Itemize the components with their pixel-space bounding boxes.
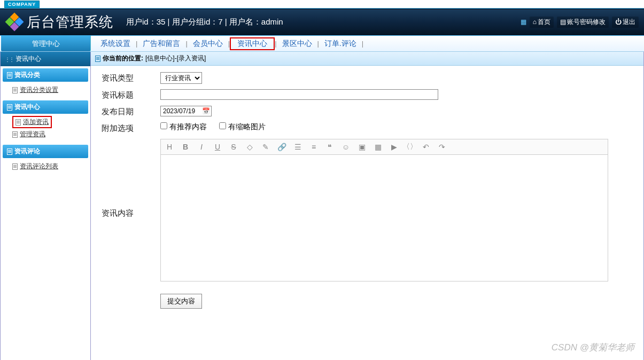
page-icon [7, 72, 12, 79]
app-title: 后台管理系统 [27, 13, 113, 32]
bold-icon[interactable]: B [181, 143, 190, 151]
strike-icon[interactable]: S [229, 143, 238, 151]
side-item-资讯分类设置[interactable]: 资讯分类设置 [12, 84, 88, 96]
thumbnail-option[interactable]: 有缩略图片 [219, 122, 266, 131]
page-icon [95, 56, 100, 62]
side-head-资讯中心[interactable]: 资讯中心 [3, 100, 88, 114]
nav-景区中心[interactable]: 景区中心 [277, 39, 317, 49]
main-panel: 你当前的位置: [信息中心]-[录入资讯] 资讯类型 行业资讯 资讯标题 发布日… [91, 52, 644, 360]
sidebar-title: 资讯中心 [1, 52, 90, 66]
dots-icon [5, 56, 13, 63]
date-label: 发布日期 [102, 106, 160, 117]
recommend-option[interactable]: 有推荐内容 [160, 122, 207, 131]
top-nav: 管理中心 系统设置 | 广告和留言 | 会员中心 | 资讯中心 | 景区中心 |… [0, 36, 644, 52]
breadcrumb: 你当前的位置: [信息中心]-[录入资讯] [91, 52, 643, 66]
title-label: 资讯标题 [102, 89, 160, 100]
content-label: 资讯内容 [102, 139, 160, 218]
list-ul-icon[interactable]: ☰ [293, 143, 302, 151]
header: 后台管理系统 用户id：35 | 用户分组id：7 | 用户名：admin ▦ … [0, 8, 644, 36]
grid-icon: ▦ [521, 18, 526, 26]
undo-icon[interactable]: ↶ [422, 143, 430, 151]
smile-icon[interactable]: ☺ [342, 143, 350, 151]
nav-资讯中心[interactable]: 资讯中心 [232, 39, 273, 48]
video-icon[interactable]: ▶ [390, 143, 398, 151]
list-ol-icon[interactable]: ≡ [309, 143, 318, 151]
italic-icon[interactable]: I [197, 143, 206, 151]
control-center-tab[interactable]: 管理中心 [1, 36, 91, 51]
type-label: 资讯类型 [102, 72, 160, 83]
title-input[interactable] [160, 89, 438, 100]
sidebar: 资讯中心 资讯分类资讯分类设置资讯中心添加资讯管理资讯资讯评论资讯评论列表 [0, 52, 91, 360]
eraser-icon[interactable]: ◇ [245, 143, 254, 151]
page-icon [15, 119, 21, 126]
submit-button[interactable]: 提交内容 [160, 294, 202, 309]
side-item-管理资讯[interactable]: 管理资讯 [12, 128, 88, 140]
user-info: 用户id：35 | 用户分组id：7 | 用户名：admin [126, 17, 283, 27]
brush-icon[interactable]: ✎ [261, 143, 270, 151]
nav-广告和留言[interactable]: 广告和留言 [137, 39, 185, 49]
code-icon[interactable]: 〈〉 [406, 143, 414, 151]
thumbnail-checkbox[interactable] [219, 122, 226, 129]
link-icon[interactable]: 🔗 [277, 143, 286, 151]
side-item-资讯评论列表[interactable]: 资讯评论列表 [12, 160, 88, 173]
home-link[interactable]: ⌂首页 [530, 17, 554, 28]
power-icon: ⏻ [615, 18, 622, 26]
editor-toolbar: HBIUS◇✎🔗☰≡❝☺▣▦▶〈〉↶↷ [160, 139, 608, 154]
redo-icon[interactable]: ↷ [438, 143, 446, 151]
content-editor[interactable] [160, 154, 608, 281]
logout-link[interactable]: ⏻退出 [612, 17, 639, 28]
side-head-资讯评论[interactable]: 资讯评论 [3, 145, 88, 158]
side-item-添加资讯[interactable]: 添加资讯 [12, 116, 52, 128]
company-tag: COMPANY [4, 1, 40, 8]
table-icon[interactable]: ▦ [374, 143, 382, 151]
page-icon [12, 87, 18, 93]
calendar-icon[interactable]: 📅 [202, 107, 210, 115]
page-icon [12, 163, 18, 170]
underline-icon[interactable]: U [213, 143, 222, 151]
side-head-资讯分类[interactable]: 资讯分类 [3, 68, 88, 82]
nav-系统设置[interactable]: 系统设置 [95, 39, 136, 49]
doc-icon: ▤ [560, 18, 566, 26]
password-link[interactable]: ▤账号密码修改 [557, 17, 609, 28]
quote-icon[interactable]: ❝ [325, 143, 334, 151]
logo-icon [6, 14, 22, 30]
nav-订单.评论[interactable]: 订单.评论 [319, 39, 362, 49]
recommend-checkbox[interactable] [160, 122, 167, 129]
page-icon [12, 131, 18, 138]
heading-icon[interactable]: H [165, 143, 174, 151]
page-icon [7, 104, 12, 111]
home-icon: ⌂ [533, 18, 537, 26]
nav-会员中心[interactable]: 会员中心 [188, 39, 228, 49]
type-select[interactable]: 行业资讯 [160, 72, 202, 84]
page-icon [7, 148, 12, 155]
image-icon[interactable]: ▣ [358, 143, 366, 151]
options-label: 附加选项 [102, 122, 160, 134]
